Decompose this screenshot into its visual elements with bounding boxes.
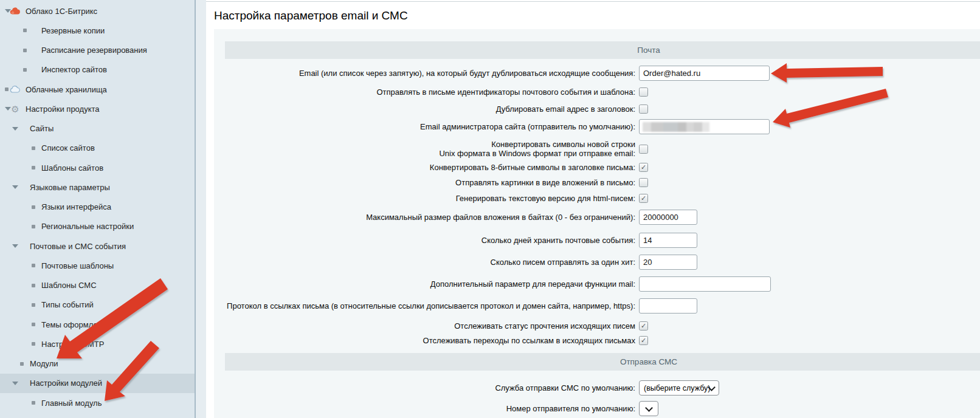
field-label: Отправлять в письме идентификаторы почто… [225, 87, 635, 97]
bullet-icon [32, 303, 35, 307]
sidebar-item-модули[interactable]: Модули [0, 354, 195, 374]
mail-settings-rows: Email (или список через запятую), на кот… [214, 66, 980, 345]
text-input[interactable] [639, 66, 770, 81]
sidebar-item-языковые-параметры[interactable]: Языковые параметры [0, 177, 195, 197]
sidebar-item-сайты[interactable]: Сайты [0, 119, 195, 139]
sidebar-item-расписание-резервирования[interactable]: Расписание резервирования [0, 41, 195, 60]
sidebar-item-label: Типы событий [41, 300, 94, 309]
checkbox[interactable] [639, 104, 648, 114]
sidebar-item-резервные-копии[interactable]: Резервные копии [0, 21, 195, 40]
form-row: Email администратора сайта (отправитель … [225, 119, 980, 134]
field-label: Отправлять картинки в виде вложений в пи… [225, 178, 635, 187]
sidebar-item-label: Сайты [30, 124, 53, 133]
bullet-icon [32, 342, 35, 346]
sidebar-item-label: Языки интерфейса [41, 202, 111, 211]
text-input[interactable] [639, 210, 697, 225]
checkbox[interactable] [639, 178, 648, 187]
sidebar-item-инспектор-сайтов[interactable]: Инспектор сайтов [0, 60, 195, 80]
checkbox[interactable]: ✓ [639, 336, 648, 345]
field-label: Сколько дней хранить почтовые события: [225, 236, 635, 245]
field-label: Сколько писем отправлять за один хит: [225, 258, 635, 267]
section-title: Почта [637, 46, 660, 55]
tree-collapse-icon[interactable] [12, 127, 18, 131]
form-row: Отправлять картинки в виде вложений в пи… [225, 178, 980, 187]
bullet-icon [32, 146, 35, 150]
text-input[interactable] [639, 255, 697, 270]
sidebar-item-главный-модуль[interactable]: Главный модуль [0, 393, 195, 413]
sidebar-item-label: Языковые параметры [30, 183, 110, 192]
tree-collapse-icon[interactable] [12, 244, 18, 248]
form-row: Отслеживать статус прочтения исходящих п… [225, 321, 980, 331]
bullet-icon [32, 284, 35, 287]
sidebar-item-типы-событий[interactable]: Типы событий [0, 295, 195, 315]
checkbox[interactable]: ✓ [639, 194, 648, 203]
sidebar-item-региональные-настройки[interactable]: Региональные настройки [0, 217, 195, 236]
text-input[interactable] [639, 276, 771, 292]
checkbox[interactable] [639, 145, 648, 154]
sidebar-item-облако-1с-битрикс[interactable]: Облако 1С-Битрикс [0, 1, 195, 21]
checkbox[interactable]: ✓ [639, 163, 648, 172]
form-row: Протокол в ссылках письма (в относительн… [225, 298, 980, 314]
bullet-icon [32, 401, 35, 405]
sidebar-item-label: Региональные настройки [41, 222, 134, 231]
form-row: Дублировать email адрес в заголовок: [225, 104, 980, 114]
sidebar-item-настройки-модулей[interactable]: Настройки модулей [0, 374, 195, 393]
form-row: Дополнительный параметр для передачи фун… [225, 276, 980, 292]
form-row: Служба отправки СМС по умолчанию: (выбер… [225, 380, 980, 396]
bullet-icon [32, 205, 35, 209]
gear-icon: ⚙ [10, 104, 21, 114]
tree-collapse-icon[interactable] [12, 382, 18, 385]
field-label: Генерировать текстовую версию для html-п… [225, 194, 635, 203]
sidebar-item-настройки-продукта[interactable]: ⚙ Настройки продукта [0, 99, 195, 118]
page-title: Настройка параметров email и СМС [214, 8, 980, 23]
bullet-icon [20, 362, 24, 366]
sidebar-item-шаблоны-смс[interactable]: Шаблоны СМС [0, 276, 195, 295]
field-label: Email администратора сайта (отправитель … [225, 122, 635, 131]
bullet-icon [32, 264, 35, 267]
top-border-line [206, 1, 980, 2]
chevron-down-icon [645, 404, 653, 412]
bullet-icon [32, 166, 35, 170]
text-input[interactable] [639, 233, 697, 248]
sidebar-item-label: Настройки продукта [26, 104, 100, 114]
sms-settings-rows: Служба отправки СМС по умолчанию: (выбер… [214, 380, 980, 416]
text-input[interactable] [639, 298, 697, 314]
bullet-icon [32, 225, 35, 228]
checkbox[interactable] [639, 87, 648, 97]
tree-collapse-icon[interactable] [12, 185, 18, 189]
form-row: Максимальный размер файлов вложения в ба… [225, 210, 980, 225]
field-label: Максимальный размер файлов вложения в ба… [225, 213, 635, 222]
field-label: Протокол в ссылках письма (в относительн… [225, 301, 635, 310]
sidebar-item-почтовые-и-смс-события[interactable]: Почтовые и СМС события [0, 236, 195, 256]
sidebar-item-настройки-smtp[interactable]: Настройки SMTP [0, 334, 195, 354]
bullet-icon [23, 29, 27, 32]
sidebar-menu: Облако 1С-Битрикс Резервные копии Распис… [0, 0, 195, 418]
bitrix-cloud-icon [10, 7, 21, 16]
sidebar-scroll-strip[interactable] [196, 0, 206, 418]
sidebar-item-почтовые-шаблоны[interactable]: Почтовые шаблоны [0, 256, 195, 275]
form-row: Генерировать текстовую версию для html-п… [225, 194, 980, 203]
sidebar-item-label: Почтовые и СМС события [30, 242, 126, 251]
sidebar-item-шаблоны-сайтов[interactable]: Шаблоны сайтов [0, 158, 195, 177]
field-label: Email (или список через запятую), на кот… [225, 69, 635, 78]
sidebar-item-label: Почтовые шаблоны [41, 261, 114, 270]
cloud-icon [10, 85, 21, 94]
form-row: Отслеживать переходы по ссылкам в исходя… [225, 336, 980, 345]
sidebar-item-темы-оформления[interactable]: Темы оформления [0, 315, 195, 334]
sidebar-item-языки-интерфейса[interactable]: Языки интерфейса [0, 197, 195, 217]
select-dropdown[interactable] [639, 401, 658, 416]
sidebar-item-облачные-хранилища[interactable]: Облачные хранилища [0, 80, 195, 99]
main-content: Настройка параметров email и СМС Почта E… [206, 0, 980, 418]
sidebar-item-список-сайтов[interactable]: Список сайтов [0, 139, 195, 158]
sidebar-item-label: Настройки модулей [30, 379, 102, 388]
section-title: Отправка СМС [620, 357, 677, 366]
checkbox[interactable]: ✓ [639, 321, 648, 331]
redacted-value [643, 122, 709, 132]
bullet-icon [23, 49, 27, 52]
field-label: Отслеживать статус прочтения исходящих п… [225, 321, 635, 331]
text-input-redacted[interactable] [639, 119, 770, 134]
select-value: (выберите службу) [644, 384, 710, 392]
bullet-icon [32, 323, 35, 326]
field-label: Дополнительный параметр для передачи фун… [225, 279, 635, 289]
select-dropdown[interactable]: (выберите службу) [639, 380, 719, 396]
